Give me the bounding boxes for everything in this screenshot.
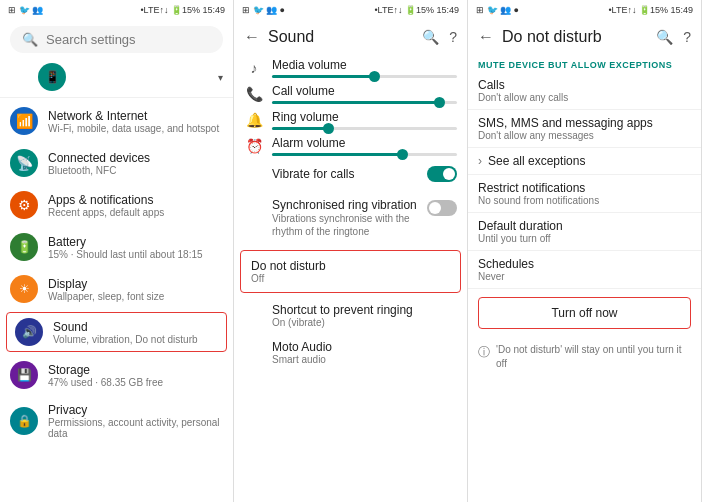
dnd-header: ← Do not disturb 🔍 ?	[468, 20, 701, 54]
status-bar-3: ⊞ 🐦 👥 ● •LTE↑↓ 🔋15% 15:49	[468, 0, 701, 20]
dnd-restrict-row[interactable]: Restrict notifications No sound from not…	[468, 175, 701, 213]
sidebar-item-display[interactable]: ☀ Display Wallpaper, sleep, font size	[0, 268, 233, 310]
shortcut-row[interactable]: Shortcut to prevent ringing On (vibrate)	[234, 297, 467, 334]
moto-audio-title: Moto Audio	[272, 340, 457, 354]
sidebar-item-connected[interactable]: 📡 Connected devices Bluetooth, NFC	[0, 142, 233, 184]
dnd-info-row: ⓘ 'Do not disturb' will stay on until yo…	[468, 337, 701, 377]
moto-audio-sub: Smart audio	[272, 354, 457, 365]
panel-sound: ⊞ 🐦 👥 ● •LTE↑↓ 🔋15% 15:49 ← Sound 🔍 ? ♪ …	[234, 0, 468, 502]
apps-icon: ⚙	[10, 191, 38, 219]
shortcut-sub: On (vibrate)	[272, 317, 457, 328]
status-right-3: •LTE↑↓ 🔋15% 15:49	[608, 5, 693, 15]
dnd-schedules-row[interactable]: Schedules Never	[468, 251, 701, 289]
sync-ring-knob	[429, 202, 441, 214]
panel-dnd: ⊞ 🐦 👥 ● •LTE↑↓ 🔋15% 15:49 ← Do not distu…	[468, 0, 702, 502]
dnd-section-label: MUTE DEVICE BUT ALLOW EXCEPTIONS	[468, 54, 701, 72]
alarm-volume-icon: ⏰	[244, 138, 264, 154]
status-right: •LTE↑↓ 🔋15% 15:49	[140, 5, 225, 15]
media-volume-slider[interactable]	[272, 75, 457, 78]
privacy-title: Privacy	[48, 403, 223, 417]
sidebar-item-apps[interactable]: ⚙ Apps & notifications Recent apps, defa…	[0, 184, 233, 226]
alarm-volume-slider[interactable]	[272, 153, 457, 156]
sound-header: ← Sound 🔍 ?	[234, 20, 467, 54]
status-left-2: ⊞ 🐦 👥 ●	[242, 5, 285, 15]
dnd-back-button[interactable]: ←	[478, 28, 494, 46]
search-placeholder: Search settings	[46, 32, 136, 47]
dnd-sms-title: SMS, MMS and messaging apps	[478, 116, 691, 130]
call-volume-slider[interactable]	[272, 101, 457, 104]
privacy-icon: 🔒	[10, 407, 38, 435]
network-sub: Wi-Fi, mobile, data usage, and hotspot	[48, 123, 223, 134]
sound-title-header: Sound	[268, 28, 414, 46]
dnd-schedules-title: Schedules	[478, 257, 691, 271]
dnd-restrict-sub: No sound from notifications	[478, 195, 691, 206]
dnd-duration-row[interactable]: Default duration Until you turn off	[468, 213, 701, 251]
search-icon: 🔍	[22, 32, 38, 47]
sound-header-icons: 🔍 ?	[422, 29, 457, 45]
help-icon-sound[interactable]: ?	[449, 29, 457, 45]
sidebar-item-privacy[interactable]: 🔒 Privacy Permissions, account activity,…	[0, 396, 233, 446]
connected-icon: 📡	[10, 149, 38, 177]
dnd-calls-row[interactable]: Calls Don't allow any calls	[468, 72, 701, 110]
ring-volume-slider[interactable]	[272, 127, 457, 130]
dropdown-icon: 📱	[38, 63, 66, 91]
network-title: Network & Internet	[48, 109, 223, 123]
sound-icon: 🔊	[15, 318, 43, 346]
status-left-3: ⊞ 🐦 👥 ●	[476, 5, 519, 15]
panel-settings: ⊞ 🐦 👥 •LTE↑↓ 🔋15% 15:49 🔍 Search setting…	[0, 0, 234, 502]
search-icon-sound[interactable]: 🔍	[422, 29, 439, 45]
connected-title: Connected devices	[48, 151, 223, 165]
vibrate-calls-row[interactable]: Vibrate for calls	[234, 158, 467, 190]
battery-title: Battery	[48, 235, 223, 249]
do-not-disturb-row[interactable]: Do not disturb Off	[240, 250, 461, 293]
media-volume-row: ♪ Media volume	[234, 54, 467, 80]
media-thumb	[369, 71, 380, 82]
sidebar-item-storage[interactable]: 💾 Storage 47% used · 68.35 GB free	[0, 354, 233, 396]
call-volume-label: Call volume	[272, 84, 457, 98]
media-fill	[272, 75, 374, 78]
dnd-schedules-sub: Never	[478, 271, 691, 282]
ring-volume-label: Ring volume	[272, 110, 457, 124]
chevron-right-icon: ›	[478, 154, 482, 168]
dnd-header-icons: 🔍 ?	[656, 29, 691, 45]
sound-title: Sound	[53, 320, 218, 334]
shortcut-title: Shortcut to prevent ringing	[272, 303, 457, 317]
vibrate-calls-label: Vibrate for calls	[272, 167, 419, 181]
dnd-calls-sub: Don't allow any calls	[478, 92, 691, 103]
search-icon-dnd[interactable]: 🔍	[656, 29, 673, 45]
call-fill	[272, 101, 439, 104]
sidebar-item-sound[interactable]: 🔊 Sound Volume, vibration, Do not distur…	[6, 312, 227, 352]
storage-icon: 💾	[10, 361, 38, 389]
dnd-exceptions-row[interactable]: › See all exceptions	[468, 148, 701, 175]
dnd-sms-sub: Don't allow any messages	[478, 130, 691, 141]
sound-sub: Volume, vibration, Do not disturb	[53, 334, 218, 345]
vibrate-calls-knob	[443, 168, 455, 180]
help-icon-dnd[interactable]: ?	[683, 29, 691, 45]
dropdown-row[interactable]: 📱 ▾	[0, 59, 233, 95]
alarm-thumb	[397, 149, 408, 160]
turn-off-button[interactable]: Turn off now	[478, 297, 691, 329]
display-icon: ☀	[10, 275, 38, 303]
alarm-fill	[272, 153, 402, 156]
dnd-label: Do not disturb	[251, 259, 450, 273]
dnd-sub: Off	[251, 273, 450, 284]
battery-sub: 15% · Should last until about 18:15	[48, 249, 223, 260]
sidebar-item-battery[interactable]: 🔋 Battery 15% · Should last until about …	[0, 226, 233, 268]
moto-audio-row[interactable]: Moto Audio Smart audio	[234, 334, 467, 371]
alarm-volume-row: ⏰ Alarm volume	[234, 132, 467, 158]
dnd-info-text: 'Do not disturb' will stay on until you …	[496, 343, 691, 371]
chevron-down-icon: ▾	[218, 72, 223, 83]
sync-ring-row[interactable]: Synchronised ring vibration Vibrations s…	[234, 190, 467, 246]
dnd-sms-row[interactable]: SMS, MMS and messaging apps Don't allow …	[468, 110, 701, 148]
vibrate-calls-toggle[interactable]	[427, 166, 457, 182]
ring-fill	[272, 127, 328, 130]
sync-ring-sub: Vibrations synchronise with the rhythm o…	[272, 212, 421, 238]
call-volume-row: 📞 Call volume	[234, 80, 467, 106]
status-right-2: •LTE↑↓ 🔋15% 15:49	[374, 5, 459, 15]
back-button[interactable]: ←	[244, 28, 260, 46]
status-bar-1: ⊞ 🐦 👥 •LTE↑↓ 🔋15% 15:49	[0, 0, 233, 20]
search-bar[interactable]: 🔍 Search settings	[10, 26, 223, 53]
media-volume-icon: ♪	[244, 60, 264, 76]
sidebar-item-network[interactable]: 📶 Network & Internet Wi-Fi, mobile, data…	[0, 100, 233, 142]
sync-ring-toggle[interactable]	[427, 200, 457, 216]
